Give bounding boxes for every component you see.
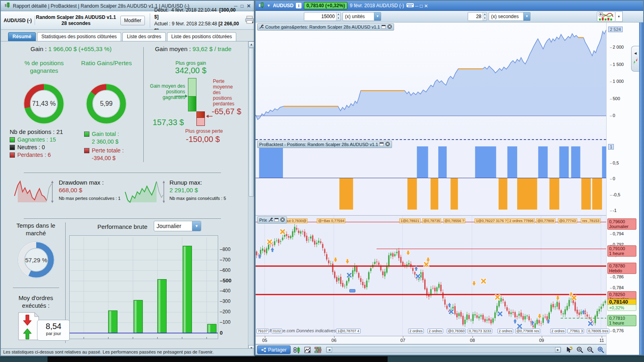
positions-panel-header[interactable]: ProBacktest - Positions: Random Scalper … (257, 141, 392, 148)
share-button[interactable]: Partager (257, 346, 291, 354)
close-icon[interactable] (280, 217, 285, 223)
chevron-left-icon: ◀ (634, 51, 636, 55)
vertical-scrollbar[interactable] (639, 23, 643, 355)
units-input[interactable] (304, 12, 336, 21)
chevron-down-icon[interactable]: ▼ (192, 221, 201, 231)
tab-liste-ordres[interactable]: Liste des ordres (122, 32, 165, 41)
scrollbar-thumb[interactable] (249, 48, 254, 197)
chart-style-icon[interactable] (303, 346, 312, 354)
timeframe-select[interactable]: (x) secondes ▼ (489, 12, 530, 21)
units-select[interactable]: (x) unités ▼ (343, 12, 381, 21)
price-level-label: 0,78140 (607, 299, 636, 305)
positions-panel[interactable]: ProBacktest - Positions: Random Scalper … (256, 140, 606, 216)
price-ytick: 0,794 (610, 231, 624, 236)
window-icon[interactable] (382, 25, 386, 29)
price-panel-header[interactable]: Prix (257, 216, 287, 224)
time-axis-label: 06 (332, 338, 336, 343)
link-candles-icon[interactable] (293, 346, 301, 354)
horizontal-scrollbar[interactable]: ◀ ▶ (326, 347, 561, 353)
perf-ytick: –700 (220, 257, 231, 263)
chevron-down-icon[interactable]: ▼ (523, 12, 530, 21)
window-icon[interactable] (380, 142, 384, 147)
drawdown-value: 668,00 $ (59, 187, 82, 193)
symbol-dropdown-caret[interactable]: ▼ (267, 4, 270, 8)
perf-bar-chart[interactable] (69, 235, 218, 339)
time-in-market-donut: 57,29 % (17, 241, 56, 279)
tab-statistiques[interactable]: Statistiques des positions clôturées (37, 32, 121, 41)
close-button[interactable]: ✕ (424, 3, 428, 9)
price-axis-column[interactable]: 2 5242 0001 5001 000500010,50-0,5-10,794… (606, 23, 639, 355)
runup-sub: Nb max gains consécutifs : 5 (169, 196, 226, 201)
taskbar-strip (47, 356, 388, 362)
time-axis-label: 11 (599, 338, 604, 343)
units-spinner[interactable]: ▲▼ (336, 12, 341, 21)
price-panel[interactable]: Prix sJour : +Haut 0,7830@@+Bas 0,775941… (256, 216, 606, 336)
perf-period-dropdown[interactable]: Journalier ▼ (154, 221, 201, 231)
bricks-icon[interactable] (314, 346, 322, 354)
positions-legend: Nb de positions : 21 Gagnantes : 15 Neut… (10, 128, 63, 159)
scroll-left-icon[interactable]: ◀ (326, 347, 332, 352)
maximize-button[interactable]: □ (420, 3, 423, 9)
pointer-tools-icon[interactable] (565, 346, 573, 354)
timeframe-spinner[interactable]: ▲▼ (483, 12, 487, 21)
keyboard-icon[interactable] (407, 3, 415, 9)
close-button[interactable]: ✕ (247, 3, 251, 9)
report-scrollbar[interactable]: ▲ ▼ (248, 41, 254, 348)
ratio-title: Ratio Gains/Pertes (75, 59, 138, 67)
chart-titlebar[interactable]: ▼ AUDUSD i 0,78140 (+0,32%) 9 févr. 2018… (256, 1, 643, 11)
neutral-swatch (10, 145, 15, 150)
scroll-up-icon[interactable]: ▲ (248, 41, 254, 47)
avg-gain-bar-dark (188, 96, 196, 111)
equity-ytick: 0 (610, 113, 615, 118)
zoom-in-icon[interactable] (597, 346, 605, 354)
units-input-wrap[interactable]: ▲▼ (304, 12, 341, 21)
print-icon[interactable] (245, 16, 254, 25)
equity-ytick: 2 524 (608, 27, 623, 32)
tab-resume[interactable]: Résumé (8, 32, 36, 41)
positions-plot[interactable] (256, 140, 606, 215)
price-plot[interactable] (256, 216, 606, 336)
chart-main: Courbe gains&pertes: Random Scalper 28s … (256, 23, 643, 355)
close-icon[interactable] (385, 142, 390, 147)
report-header: AUD/USD (-) Random Scalper 28s AUDUSD v1… (1, 11, 254, 30)
equity-ytick: 500 (610, 96, 620, 101)
sidebar-collapse-tab[interactable]: ◀ (631, 46, 639, 72)
timeframe-input[interactable] (468, 12, 483, 21)
equity-ytick: 2 000 (610, 45, 624, 49)
perf-title: Performance brute (97, 223, 147, 230)
wrench-icon[interactable] (268, 218, 273, 223)
close-icon[interactable] (387, 24, 392, 30)
runup-sparkline-icon (124, 180, 165, 204)
equity-plot[interactable] (256, 23, 606, 139)
winrate-title: % de positions gagnantes (13, 59, 75, 74)
wrench-icon[interactable] (259, 25, 264, 30)
scroll-right-icon[interactable]: ▶ (555, 347, 561, 352)
date-info: 9 févr. 2018 AUD/USD (-) (350, 3, 404, 8)
modify-button[interactable]: Modifier (120, 16, 145, 25)
equity-panel[interactable]: Courbe gains&pertes: Random Scalper 28s … (256, 23, 606, 140)
minimize-button[interactable]: ─ (415, 3, 419, 9)
positions-ytick: -0,5 (610, 192, 620, 197)
zoom-out-icon[interactable] (586, 346, 594, 354)
report-tabs: Résumé Statistiques des positions clôtur… (1, 30, 254, 41)
scroll-down-icon[interactable]: ▼ (248, 345, 254, 348)
info-icon[interactable]: i (296, 3, 301, 8)
price-level-label: 0,78780Hebdo (607, 263, 636, 274)
avg-win-value: 157,33 $ (146, 118, 184, 127)
time-axis-label: 08 (470, 338, 475, 343)
avg-win-arrow (175, 94, 188, 99)
window-icon[interactable] (275, 218, 279, 222)
indicator-button-group[interactable]: ▼ (597, 11, 623, 22)
avg-loss-bar-dark (196, 111, 205, 118)
equity-panel-header[interactable]: Courbe gains&pertes: Random Scalper 28s … (257, 23, 394, 31)
perf-ytick: –800 (220, 247, 231, 252)
add-indicator-icon[interactable] (597, 11, 615, 22)
avg-loss-arrow (206, 114, 213, 119)
zoom-fit-icon[interactable] (576, 346, 584, 354)
chevron-down-icon[interactable]: ▼ (374, 12, 381, 21)
desktop: Rapport détaillé | ProBacktest | Random … (0, 0, 644, 362)
chevron-down-icon[interactable]: ▼ (615, 11, 623, 22)
timeframe-input-wrap[interactable]: ▲▼ (468, 12, 487, 21)
time-in-market-title: Temps dans le marché (8, 222, 64, 237)
tab-liste-positions[interactable]: Liste des positions clôturées (167, 32, 237, 41)
